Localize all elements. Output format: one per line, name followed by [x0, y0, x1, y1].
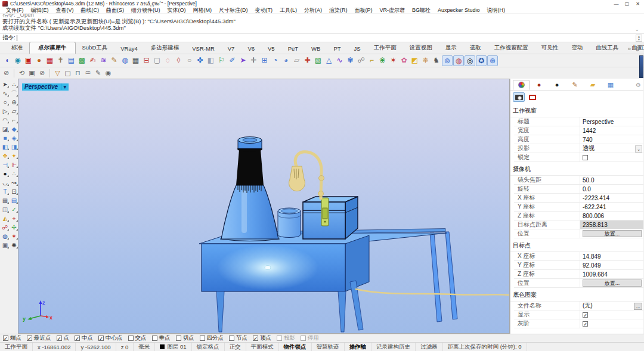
left-tool-icon[interactable]: ◫: [1, 206, 9, 213]
panel-tab-image[interactable]: ▦: [602, 80, 619, 90]
toolbar-icon[interactable]: ⟲: [17, 69, 26, 77]
osnap-toggle[interactable]: 停用: [301, 334, 319, 342]
checkbox[interactable]: ✓: [253, 336, 258, 341]
browse-button[interactable]: ...: [634, 303, 642, 310]
osnap-toggle[interactable]: ✓中心点: [98, 334, 123, 342]
status-segment[interactable]: 物件锁点: [279, 343, 312, 351]
toolbar-icon[interactable]: ◉: [104, 69, 113, 77]
toolbar-icon[interactable]: ⌐: [367, 55, 377, 66]
toolbar-icon[interactable]: ▣: [27, 69, 36, 77]
checkbox[interactable]: [176, 336, 181, 341]
status-segment[interactable]: 过滤器: [416, 343, 443, 351]
checkbox[interactable]: ✓: [583, 312, 588, 318]
toolbar-icon[interactable]: ⚐: [216, 55, 227, 66]
toolbar-icon[interactable]: ∿: [335, 55, 345, 66]
menu-item[interactable]: 实体(O): [164, 7, 190, 14]
menu-item[interactable]: BG螺栓: [408, 7, 434, 14]
menu-item[interactable]: 文件(F): [2, 7, 27, 14]
toolbar-icon[interactable]: ⊓: [73, 69, 82, 77]
toolbar-tab[interactable]: 工作视窗配置: [488, 42, 535, 54]
left-tool-icon[interactable]: ◆: [10, 125, 18, 133]
toolbar-icon[interactable]: ⊟: [141, 55, 151, 66]
left-tool-icon[interactable]: ✶: [10, 232, 18, 240]
gear-icon[interactable]: ⚙: [635, 46, 640, 52]
menu-item[interactable]: 曲面(S): [103, 7, 128, 14]
toolbar-icon[interactable]: ▩: [77, 55, 87, 66]
left-tool-icon[interactable]: ✺: [10, 241, 18, 249]
osnap-toggle[interactable]: ✓最近点: [27, 334, 51, 342]
menu-item[interactable]: 分析(A): [301, 7, 326, 14]
toolbar-tab[interactable]: 设置视图: [403, 42, 439, 54]
toolbar-icon[interactable]: ≋: [98, 55, 109, 66]
toolbar-icon[interactable]: ✐: [227, 55, 237, 66]
toolbar-icon[interactable]: ✎: [109, 55, 119, 66]
left-tool-icon[interactable]: ➤: [1, 80, 9, 88]
toolbar-tab[interactable]: 工作平面: [367, 42, 403, 54]
left-tool-icon[interactable]: ■: [1, 134, 9, 142]
toolbar-scrollbar[interactable]: [639, 55, 643, 78]
toolbar-tab[interactable]: 可见性: [535, 42, 565, 54]
toolbar-icon[interactable]: ▦: [45, 55, 55, 66]
panel-tab-folder[interactable]: ▰: [584, 80, 601, 90]
menu-item[interactable]: 说明(H): [484, 7, 509, 14]
toolbar-tab[interactable]: V6: [241, 44, 261, 54]
toolbar-icon[interactable]: ●: [34, 55, 44, 66]
toolbar-icon[interactable]: ❀: [377, 55, 388, 66]
left-tool-icon[interactable]: ∴: [10, 80, 18, 88]
toolbar-icon[interactable]: ▽: [53, 69, 62, 77]
left-tool-icon[interactable]: ↝: [10, 179, 18, 187]
toolbar-icon[interactable]: ◧: [206, 55, 216, 66]
left-tool-icon[interactable]: ▦: [1, 197, 9, 204]
panel-row-value[interactable]: 740: [580, 135, 643, 144]
toolbar-icon[interactable]: ◔: [270, 55, 280, 66]
minimize-button[interactable]: —: [611, 1, 621, 7]
panel-row-value[interactable]: 放置...: [580, 279, 643, 287]
panel-tab-material[interactable]: ●: [531, 80, 547, 90]
left-tool-icon[interactable]: ▤: [10, 197, 18, 204]
status-segment[interactable]: 图层 01: [155, 343, 191, 351]
place-button[interactable]: 放置...: [583, 230, 642, 237]
osnap-toggle[interactable]: 投影: [277, 334, 295, 342]
checkbox[interactable]: ✓: [3, 336, 8, 341]
toolbar-icon[interactable]: ◍: [453, 55, 464, 66]
left-tool-icon[interactable]: ⌐: [10, 116, 18, 124]
toolbar-icon[interactable]: ✛: [249, 55, 259, 66]
toolbar-icon[interactable]: ✎: [94, 69, 103, 77]
panel-row-value[interactable]: (无)...: [580, 302, 643, 310]
panel-row-value[interactable]: 透视⌄: [580, 144, 643, 153]
status-segment[interactable]: x -16861.002: [33, 343, 76, 351]
toolbar-tab[interactable]: WB: [305, 44, 327, 54]
toolbar-icon[interactable]: ▣: [23, 55, 33, 66]
status-segment[interactable]: 毫米: [134, 343, 155, 351]
maximize-button[interactable]: ▢: [622, 1, 632, 7]
close-button[interactable]: ✕: [633, 1, 643, 7]
gear-icon[interactable]: ⚙: [636, 82, 641, 88]
panel-tab-display[interactable]: [513, 80, 530, 90]
left-tool-icon[interactable]: ❖: [1, 152, 9, 160]
toolbar-icon[interactable]: ◊: [174, 55, 184, 66]
menu-item[interactable]: 工具(L): [276, 7, 301, 14]
chevron-down-icon[interactable]: ▾: [61, 83, 66, 90]
left-tool-icon[interactable]: ⊩: [10, 161, 18, 169]
viewport-rect-tab[interactable]: [527, 92, 538, 102]
camera-tab[interactable]: [513, 92, 525, 102]
panel-row-value[interactable]: ✓: [580, 319, 643, 328]
toolbar-icon[interactable]: ▢: [63, 69, 72, 77]
toolbar-icon[interactable]: ◎: [465, 55, 475, 66]
toolbar-icon[interactable]: ⊛: [487, 55, 498, 66]
menu-item[interactable]: 查看(V): [52, 7, 78, 14]
dropdown-arrow-icon[interactable]: ⌄: [635, 145, 642, 153]
left-tool-icon[interactable]: ▷: [1, 107, 9, 115]
checkbox[interactable]: ✓: [27, 336, 32, 341]
toolbar-icon[interactable]: ◌: [163, 55, 173, 66]
panel-tab-bomb[interactable]: ●: [549, 80, 565, 90]
toolbar-icon[interactable]: ✿: [399, 55, 409, 66]
osnap-toggle[interactable]: 四分点: [200, 334, 224, 342]
toolbar-tab[interactable]: 曲线工具: [589, 42, 625, 54]
toolbar-tab[interactable]: PT: [327, 44, 347, 54]
panel-row-value[interactable]: 0.0: [580, 185, 643, 193]
left-tool-icon[interactable]: T: [1, 188, 9, 195]
checkbox[interactable]: ✓: [75, 336, 80, 341]
panel-row-value[interactable]: -622.241: [580, 203, 643, 211]
toolbar-tab[interactable]: 多边形建模: [144, 42, 186, 54]
